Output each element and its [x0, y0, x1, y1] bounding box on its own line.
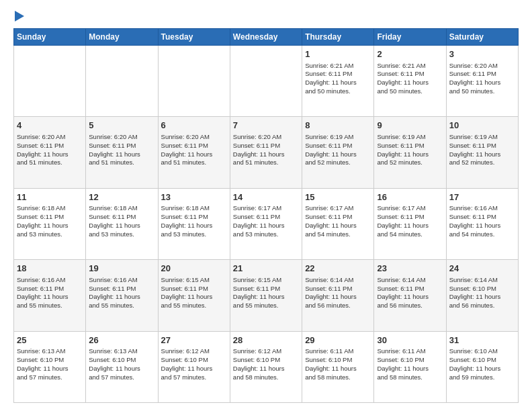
day-info: Sunset: 6:11 PM — [161, 213, 227, 222]
header — [13, 11, 519, 21]
calendar-cell: 30Sunrise: 6:11 AMSunset: 6:10 PMDayligh… — [374, 331, 446, 402]
day-number: 12 — [89, 191, 154, 203]
calendar-cell: 8Sunrise: 6:19 AMSunset: 6:11 PMDaylight… — [302, 117, 374, 188]
calendar-cell: 12Sunrise: 6:18 AMSunset: 6:11 PMDayligh… — [86, 188, 158, 259]
day-info: Sunrise: 6:16 AM — [17, 276, 83, 285]
day-number: 24 — [449, 263, 515, 275]
day-info: Daylight: 11 hours — [161, 365, 227, 373]
day-info: Sunrise: 6:17 AM — [233, 204, 299, 213]
day-number: 15 — [305, 191, 371, 203]
day-info: Sunset: 6:11 PM — [233, 285, 299, 293]
calendar-week-row: 18Sunrise: 6:16 AMSunset: 6:11 PMDayligh… — [14, 260, 519, 331]
day-info: Sunrise: 6:20 AM — [17, 133, 83, 142]
day-info: Daylight: 11 hours — [89, 150, 154, 159]
calendar-week-row: 4Sunrise: 6:20 AMSunset: 6:11 PMDaylight… — [14, 117, 519, 188]
calendar-cell: 17Sunrise: 6:16 AMSunset: 6:11 PMDayligh… — [446, 188, 518, 259]
day-info: and 57 minutes. — [161, 373, 227, 382]
day-info: Sunrise: 6:14 AM — [305, 276, 371, 285]
day-number: 16 — [377, 191, 443, 203]
day-info: Sunrise: 6:17 AM — [377, 204, 443, 213]
day-info: Sunset: 6:11 PM — [377, 70, 443, 79]
day-info: Sunset: 6:11 PM — [17, 213, 83, 222]
day-number: 10 — [449, 120, 515, 132]
day-info: Daylight: 11 hours — [449, 222, 515, 230]
day-info: Sunset: 6:11 PM — [377, 285, 443, 293]
day-number: 21 — [233, 263, 299, 275]
day-info: Daylight: 11 hours — [233, 365, 299, 373]
day-info: and 53 minutes. — [233, 230, 299, 239]
calendar-cell: 10Sunrise: 6:19 AMSunset: 6:11 PMDayligh… — [446, 117, 518, 188]
day-info: Sunset: 6:11 PM — [449, 142, 515, 150]
calendar-weekday-header: Monday — [86, 29, 158, 46]
day-info: and 58 minutes. — [305, 373, 371, 382]
day-info: and 50 minutes. — [305, 87, 371, 96]
day-info: Sunset: 6:11 PM — [233, 142, 299, 150]
day-info: Sunrise: 6:18 AM — [17, 204, 83, 213]
day-info: Sunset: 6:11 PM — [377, 213, 443, 222]
day-info: and 52 minutes. — [377, 158, 443, 167]
day-info: Sunrise: 6:20 AM — [89, 133, 154, 142]
day-info: Sunrise: 6:15 AM — [161, 276, 227, 285]
calendar-weekday-header: Tuesday — [158, 29, 230, 46]
day-info: Sunrise: 6:16 AM — [449, 204, 515, 213]
day-number: 6 — [161, 120, 227, 132]
day-info: Sunset: 6:10 PM — [449, 356, 515, 365]
day-info: Daylight: 11 hours — [305, 150, 371, 159]
day-info: Daylight: 11 hours — [89, 293, 154, 302]
day-info: Daylight: 11 hours — [305, 222, 371, 230]
day-info: Daylight: 11 hours — [161, 293, 227, 302]
calendar-cell: 11Sunrise: 6:18 AMSunset: 6:11 PMDayligh… — [14, 188, 86, 259]
calendar-week-row: 11Sunrise: 6:18 AMSunset: 6:11 PMDayligh… — [14, 188, 519, 259]
calendar-weekday-header: Sunday — [14, 29, 86, 46]
calendar-weekday-header: Thursday — [302, 29, 374, 46]
day-info: and 56 minutes. — [305, 302, 371, 310]
day-number: 17 — [449, 191, 515, 203]
day-info: Sunrise: 6:21 AM — [377, 62, 443, 71]
day-number: 26 — [89, 334, 154, 347]
calendar-cell: 15Sunrise: 6:17 AMSunset: 6:11 PMDayligh… — [302, 188, 374, 259]
day-info: Sunset: 6:11 PM — [89, 285, 154, 293]
calendar-table: SundayMondayTuesdayWednesdayThursdayFrid… — [13, 28, 519, 403]
day-info: Sunset: 6:11 PM — [305, 142, 371, 150]
calendar-cell: 7Sunrise: 6:20 AMSunset: 6:11 PMDaylight… — [230, 117, 302, 188]
page: SundayMondayTuesdayWednesdayThursdayFrid… — [0, 0, 532, 411]
day-info: and 56 minutes. — [377, 302, 443, 310]
day-info: Sunset: 6:10 PM — [449, 285, 515, 293]
day-number: 8 — [305, 120, 371, 132]
day-number: 22 — [305, 263, 371, 275]
calendar-cell: 31Sunrise: 6:10 AMSunset: 6:10 PMDayligh… — [446, 331, 518, 402]
day-info: Sunset: 6:11 PM — [161, 142, 227, 150]
day-info: Sunset: 6:11 PM — [305, 285, 371, 293]
day-info: Sunrise: 6:19 AM — [377, 133, 443, 142]
day-number: 30 — [377, 334, 443, 347]
day-info: Daylight: 11 hours — [305, 293, 371, 302]
calendar-cell: 29Sunrise: 6:11 AMSunset: 6:10 PMDayligh… — [302, 331, 374, 402]
day-info: Sunset: 6:11 PM — [449, 70, 515, 79]
day-info: and 54 minutes. — [305, 230, 371, 239]
day-info: and 54 minutes. — [449, 230, 515, 239]
day-info: Sunset: 6:10 PM — [305, 356, 371, 365]
day-info: Daylight: 11 hours — [233, 293, 299, 302]
calendar-cell: 9Sunrise: 6:19 AMSunset: 6:11 PMDaylight… — [374, 117, 446, 188]
calendar-cell: 4Sunrise: 6:20 AMSunset: 6:11 PMDaylight… — [14, 117, 86, 188]
calendar-cell: 3Sunrise: 6:20 AMSunset: 6:11 PMDaylight… — [446, 46, 518, 117]
day-info: Sunset: 6:10 PM — [377, 356, 443, 365]
day-info: Sunrise: 6:14 AM — [377, 276, 443, 285]
day-info: Sunrise: 6:18 AM — [89, 204, 154, 213]
calendar-cell: 5Sunrise: 6:20 AMSunset: 6:11 PMDaylight… — [86, 117, 158, 188]
day-number: 11 — [17, 191, 83, 203]
calendar-weekday-header: Saturday — [446, 29, 518, 46]
day-number: 14 — [233, 191, 299, 203]
day-info: and 59 minutes. — [449, 373, 515, 382]
day-info: Sunset: 6:10 PM — [233, 356, 299, 365]
day-info: Daylight: 11 hours — [17, 293, 83, 302]
calendar-cell — [86, 46, 158, 117]
day-info: Sunrise: 6:17 AM — [305, 204, 371, 213]
calendar-cell — [230, 46, 302, 117]
calendar-week-row: 25Sunrise: 6:13 AMSunset: 6:10 PMDayligh… — [14, 331, 519, 402]
day-info: Sunrise: 6:20 AM — [161, 133, 227, 142]
day-info: Daylight: 11 hours — [17, 365, 83, 373]
day-info: Daylight: 11 hours — [449, 293, 515, 302]
calendar-cell: 16Sunrise: 6:17 AMSunset: 6:11 PMDayligh… — [374, 188, 446, 259]
day-info: Sunset: 6:11 PM — [89, 142, 154, 150]
